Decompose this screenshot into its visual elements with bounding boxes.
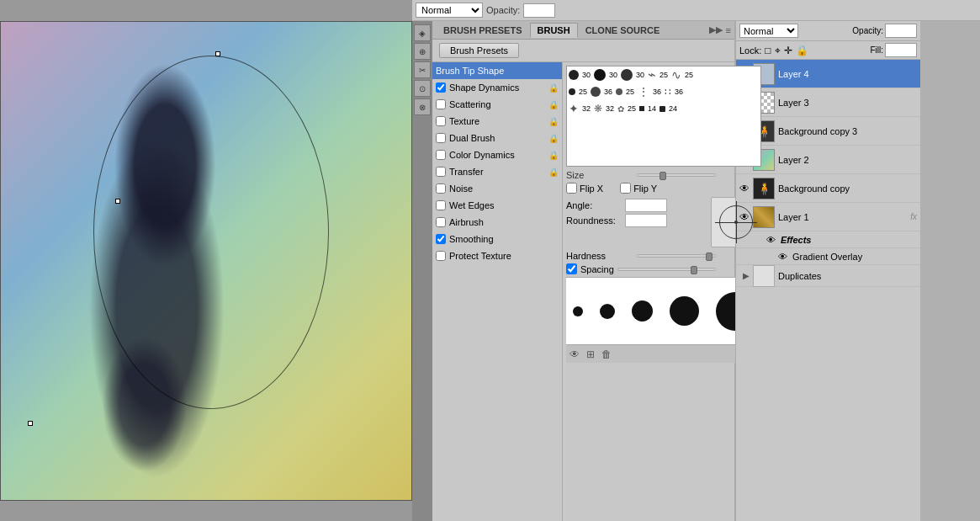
- effects-label: Effects: [781, 235, 811, 245]
- prop-airbrush-checkbox[interactable]: [436, 217, 446, 227]
- flip-x-label[interactable]: Flip X: [566, 183, 603, 194]
- prop-color-dynamics-checkbox[interactable]: [436, 150, 446, 160]
- tab-clone-source[interactable]: CLONE SOURCE: [578, 23, 668, 38]
- brush-shape-row2-1[interactable]: ⋮: [638, 85, 649, 98]
- layer-sub-gradient-overlay[interactable]: 👁 Gradient Overlay: [736, 248, 920, 265]
- selection-handle-left[interactable]: [115, 199, 120, 204]
- layer-item-bgcopy3[interactable]: 👁 🧍 Background copy 3: [736, 117, 920, 146]
- spacing-slider[interactable]: [617, 268, 716, 271]
- prop-shape-dynamics-checkbox[interactable]: [436, 82, 446, 93]
- brush-presets-button[interactable]: Brush Presets: [439, 43, 519, 58]
- angle-circle[interactable]: [711, 197, 761, 247]
- prop-smoothing-checkbox[interactable]: [436, 234, 446, 244]
- opacity-input[interactable]: 100%: [523, 3, 555, 18]
- effects-eye-icon[interactable]: 👁: [766, 235, 776, 245]
- brush-dot-row3-4[interactable]: [639, 106, 644, 111]
- prop-scattering[interactable]: Scattering 🔒: [432, 96, 562, 113]
- flip-x-checkbox[interactable]: [566, 183, 577, 194]
- size-slider[interactable]: [637, 173, 716, 177]
- lock-position-icon[interactable]: ✛: [784, 45, 792, 56]
- flip-y-label[interactable]: Flip Y: [620, 183, 657, 194]
- brush-shape-2[interactable]: ∿: [671, 68, 681, 82]
- flip-y-checkbox[interactable]: [620, 183, 631, 194]
- tool-5[interactable]: ⊗: [414, 98, 431, 115]
- prop-protect-texture[interactable]: Protect Texture: [432, 247, 562, 264]
- prop-protect-texture-checkbox[interactable]: [436, 251, 446, 261]
- brush-dot-row2-2[interactable]: [591, 87, 601, 97]
- blend-mode-select[interactable]: Normal: [416, 3, 483, 18]
- spacing-checkbox[interactable]: [566, 263, 577, 274]
- spacing-slider-thumb[interactable]: [691, 266, 697, 274]
- lock-transparent-icon[interactable]: □: [765, 45, 771, 56]
- prop-transfer-checkbox[interactable]: [436, 167, 446, 177]
- prop-shape-dynamics[interactable]: Shape Dynamics 🔒: [432, 79, 562, 96]
- brush-dot-row2-1[interactable]: [569, 88, 575, 95]
- brush-dot[interactable]: [569, 70, 579, 80]
- prop-color-dynamics[interactable]: Color Dynamics 🔒: [432, 146, 562, 163]
- tab-more[interactable]: ▶▶: [709, 24, 723, 35]
- brush-shape-1[interactable]: ⌁: [648, 68, 656, 82]
- layers-opacity-input[interactable]: 100%: [885, 24, 917, 38]
- bgcopy-eye-icon[interactable]: 👁: [739, 183, 750, 194]
- prop-wet-edges-checkbox[interactable]: [436, 200, 446, 210]
- tab-brush-presets[interactable]: BRUSH PRESETS: [436, 23, 530, 38]
- angle-section: Angle: 0° Roundness: 100%: [566, 197, 761, 247]
- layer-folder-duplicates[interactable]: ▶ Duplicates: [736, 265, 920, 287]
- prop-dual-brush[interactable]: Dual Brush 🔒: [432, 130, 562, 146]
- layer-item-layer2[interactable]: 👁 Layer 2: [736, 146, 920, 174]
- layers-fill-input[interactable]: 100%: [885, 43, 917, 57]
- prop-wet-edges[interactable]: Wet Edges: [432, 197, 562, 214]
- brush-dot-2[interactable]: [594, 69, 606, 81]
- brush-dot-3[interactable]: [621, 69, 633, 81]
- crosshair-dot: [734, 221, 738, 224]
- brush-dot-row2-3[interactable]: [616, 88, 622, 95]
- prop-smoothing[interactable]: Smoothing: [432, 231, 562, 247]
- brush-dot-row3-5[interactable]: [660, 106, 665, 112]
- panel-menu[interactable]: ≡: [726, 25, 731, 35]
- brush-shape-row3-3[interactable]: ✿: [617, 104, 624, 114]
- prop-color-dynamics-label: Color Dynamics: [449, 150, 548, 160]
- layer4-name: Layer 4: [778, 69, 917, 79]
- canvas-area: [0, 0, 412, 521]
- layer-item-layer4[interactable]: 👁 Layer 4: [736, 60, 920, 88]
- brush-shape-row3-1[interactable]: ✦: [569, 102, 579, 115]
- size-slider-thumb[interactable]: [660, 172, 666, 180]
- brush-tip-grid[interactable]: 30 30 30 ⌁ 25 ∿ 25 25: [566, 66, 761, 167]
- prop-dual-brush-checkbox[interactable]: [436, 133, 446, 143]
- prop-dual-brush-label: Dual Brush: [449, 133, 548, 143]
- prop-transfer[interactable]: Transfer 🔒: [432, 163, 562, 180]
- prop-scattering-checkbox[interactable]: [436, 99, 446, 109]
- prop-texture[interactable]: Texture 🔒: [432, 113, 562, 130]
- prop-noise[interactable]: Noise: [432, 180, 562, 197]
- bottom-trash-icon[interactable]: 🗑: [601, 348, 612, 360]
- brush-shape-row3-2[interactable]: ❋: [594, 103, 602, 114]
- prop-noise-checkbox[interactable]: [436, 183, 446, 194]
- hardness-slider-thumb[interactable]: [706, 253, 712, 261]
- bottom-eye-icon[interactable]: 👁: [569, 348, 580, 360]
- brush-size-label-4: 25: [660, 71, 668, 79]
- lock-all-icon[interactable]: 🔒: [796, 45, 808, 56]
- brush-shape-row2-2[interactable]: ∷: [665, 86, 671, 98]
- gradient-overlay-eye-icon[interactable]: 👁: [778, 252, 787, 262]
- layers-blend-mode[interactable]: Normal: [739, 24, 798, 38]
- canvas-image: [0, 21, 412, 501]
- angle-input[interactable]: 0°: [625, 199, 667, 212]
- prop-brush-tip-shape[interactable]: Brush Tip Shape: [432, 62, 562, 79]
- layer-item-bgcopy[interactable]: 👁 🧍 Background copy: [736, 174, 920, 203]
- tool-3[interactable]: ✂: [414, 61, 431, 78]
- lock-image-icon[interactable]: ⌖: [775, 45, 781, 56]
- tool-1[interactable]: ◈: [414, 24, 431, 41]
- layer-item-layer1[interactable]: 👁 Layer 1 fx: [736, 203, 920, 231]
- bottom-grid-icon[interactable]: ⊞: [586, 348, 595, 360]
- prop-texture-checkbox[interactable]: [436, 116, 446, 126]
- hardness-slider[interactable]: [637, 254, 716, 258]
- tab-brush[interactable]: BRUSH: [530, 23, 578, 38]
- tool-2[interactable]: ⊕: [414, 43, 431, 60]
- layer-sub-effects[interactable]: 👁 Effects: [736, 231, 920, 248]
- roundness-input[interactable]: 100%: [625, 214, 667, 227]
- tool-4[interactable]: ⊙: [414, 80, 431, 97]
- selection-handle-top[interactable]: [215, 51, 220, 56]
- selection-handle-bottom-left[interactable]: [28, 421, 33, 426]
- layer-item-layer3[interactable]: 👁 Layer 3: [736, 88, 920, 117]
- prop-airbrush[interactable]: Airbrush: [432, 214, 562, 231]
